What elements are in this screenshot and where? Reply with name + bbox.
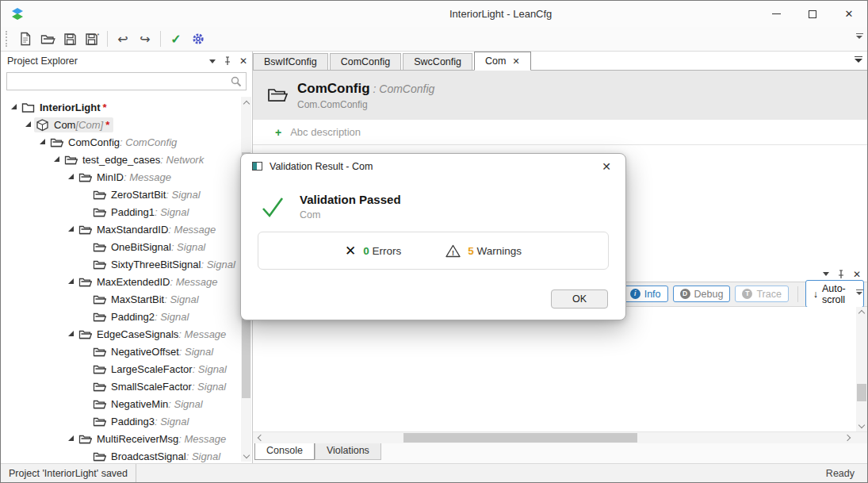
redo-button[interactable]: ↪ xyxy=(134,29,156,49)
open-project-button[interactable] xyxy=(36,29,59,49)
tree-item-label: MaxExtendedID xyxy=(97,276,170,288)
log-scrollbar-horizontal[interactable] xyxy=(253,431,867,443)
new-file-button[interactable] xyxy=(14,29,36,49)
log-scrollbar-vertical[interactable] xyxy=(856,307,867,432)
expand-arrow-icon[interactable] xyxy=(66,174,77,180)
filter-level-icon: D xyxy=(680,289,690,299)
tree-item-type: : Message xyxy=(170,276,218,288)
expand-arrow-icon[interactable] xyxy=(52,156,63,163)
add-description-row[interactable]: + Abc description xyxy=(253,120,867,145)
build-settings-button[interactable] xyxy=(187,29,209,49)
tree-item[interactable]: Com [Com]* xyxy=(1,116,252,133)
expand-arrow-icon[interactable] xyxy=(66,331,77,337)
save-button[interactable] xyxy=(59,29,81,49)
tree-item[interactable]: SixtyThreeBitSignal : Signal xyxy=(1,255,252,273)
console-tab[interactable]: Violations xyxy=(315,443,381,460)
tree-item[interactable]: MultiReceiverMsg : Message xyxy=(1,430,252,447)
toolbar-overflow-icon[interactable] xyxy=(855,33,864,42)
scroll-down-icon[interactable] xyxy=(856,420,867,431)
tree-item[interactable]: MaxStartBit : Signal xyxy=(1,290,252,308)
tree-item[interactable]: LargeScaleFactor : Signal xyxy=(1,360,252,378)
undo-button[interactable]: ↩ xyxy=(112,29,134,49)
new-file-icon xyxy=(19,32,32,46)
toolbar-grip[interactable] xyxy=(6,31,10,47)
search-input[interactable] xyxy=(7,73,231,90)
tree-item[interactable]: test_edge_cases : Network xyxy=(1,151,252,168)
console-tab[interactable]: Console xyxy=(254,443,315,460)
close-button[interactable]: ✕ xyxy=(831,1,867,27)
tree-item-label: BroadcastSignal xyxy=(111,450,186,462)
minimize-button[interactable] xyxy=(758,1,794,27)
menu-item[interactable] xyxy=(139,1,159,27)
dialog-close-button[interactable]: ✕ xyxy=(598,159,614,174)
tree-item[interactable]: MaxExtendedID : Message xyxy=(1,273,252,290)
expand-arrow-icon[interactable] xyxy=(66,435,77,442)
tree-item[interactable]: MaxStandardID : Message xyxy=(1,220,252,238)
editor-tab[interactable]: ComConfig ✕ xyxy=(330,53,402,70)
scroll-up-icon[interactable] xyxy=(856,307,867,318)
scrollbar-thumb[interactable] xyxy=(403,433,637,443)
console-log[interactable] xyxy=(253,307,867,432)
tab-list-icon[interactable] xyxy=(855,56,862,67)
tree-item[interactable]: InteriorLight* xyxy=(1,98,252,116)
tree-item[interactable]: NegativeOffset : Signal xyxy=(1,343,252,360)
maximize-button[interactable] xyxy=(794,1,831,27)
panel-menu-icon[interactable] xyxy=(209,59,216,67)
window-title: InteriorLight - LeanCfg xyxy=(449,1,552,27)
tree-item-type: : Message xyxy=(124,171,171,183)
tree-item[interactable]: ZeroStartBit : Signal xyxy=(1,186,252,203)
tree-item[interactable]: Padding3 : Signal xyxy=(1,412,252,430)
tree-item[interactable]: NegativeMin : Signal xyxy=(1,395,252,412)
console-tab-label: Violations xyxy=(327,445,369,456)
tree-item[interactable]: Padding2 : Signal xyxy=(1,308,252,325)
expand-arrow-icon[interactable] xyxy=(9,104,20,110)
panel-close-icon[interactable]: ✕ xyxy=(239,56,247,67)
scroll-left-icon[interactable] xyxy=(253,432,266,443)
console-tab-label: Console xyxy=(266,445,303,456)
pin-icon[interactable] xyxy=(224,56,231,66)
validate-button[interactable]: ✓ xyxy=(165,29,187,49)
console-panel-close-icon[interactable]: ✕ xyxy=(853,269,861,280)
tree-item-type: : Message xyxy=(168,224,216,236)
editor-tab[interactable]: Com ✕ xyxy=(474,52,531,71)
tree-item[interactable]: EdgeCaseSignals : Message xyxy=(1,325,252,343)
expand-arrow-icon[interactable] xyxy=(66,226,77,232)
menu-item[interactable] xyxy=(118,1,139,27)
console-toolbar-overflow-icon[interactable] xyxy=(855,289,864,298)
ok-button[interactable]: OK xyxy=(551,289,608,309)
tree-item-type: [Com] xyxy=(75,119,103,131)
modified-indicator: * xyxy=(105,119,109,131)
filter-toggle-button[interactable]: T Trace xyxy=(735,286,789,302)
expand-arrow-icon[interactable] xyxy=(66,278,77,285)
panel-title: Project Explorer xyxy=(7,56,78,67)
tree-item[interactable]: MinID : Message xyxy=(1,168,252,186)
scroll-up-icon[interactable] xyxy=(241,97,251,108)
filter-toggle-button[interactable]: D Debug xyxy=(673,286,731,302)
close-tab-icon[interactable]: ✕ xyxy=(512,56,519,67)
expand-arrow-icon[interactable] xyxy=(37,139,48,145)
menu-item[interactable] xyxy=(77,1,98,27)
editor-tab[interactable]: SwcConfig ✕ xyxy=(403,53,472,70)
menu-item[interactable] xyxy=(36,1,56,27)
dialog-titlebar[interactable]: Validation Result - Com ✕ xyxy=(241,154,625,178)
save-all-button[interactable]: * xyxy=(81,29,103,49)
console-panel-menu-icon[interactable] xyxy=(823,272,829,279)
tree-item[interactable]: Padding1 : Signal xyxy=(1,203,252,220)
menu-item[interactable] xyxy=(56,1,77,27)
node-icon xyxy=(93,381,106,393)
tree-item-label: OneBitSignal xyxy=(111,241,171,253)
editor-tab[interactable]: BswIfConfig ✕ xyxy=(253,53,328,70)
filter-toggle-button[interactable]: i Info xyxy=(623,286,668,302)
tree-item[interactable]: ComConfig : ComConfig xyxy=(1,133,252,151)
expand-arrow-icon[interactable] xyxy=(23,121,34,128)
success-check-icon xyxy=(260,194,285,220)
scroll-down-icon[interactable] xyxy=(241,450,251,462)
scroll-right-icon[interactable] xyxy=(842,432,855,443)
console-pin-icon[interactable] xyxy=(837,270,845,279)
tree-item[interactable]: OneBitSignal : Signal xyxy=(1,238,252,255)
node-icon xyxy=(93,206,106,218)
menu-item[interactable] xyxy=(98,1,118,27)
tree-item[interactable]: SmallScaleFactor : Signal xyxy=(1,378,252,395)
scrollbar-thumb[interactable] xyxy=(857,384,866,401)
tree-item[interactable]: BroadcastSignal : Signal xyxy=(1,447,252,463)
